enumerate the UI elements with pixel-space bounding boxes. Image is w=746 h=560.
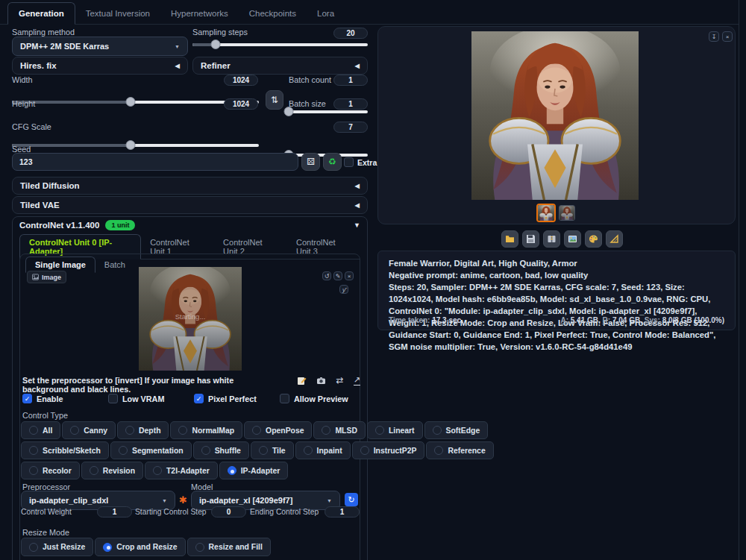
control-type-canny[interactable]: Canny	[62, 421, 116, 439]
save-zip-button[interactable]	[543, 230, 560, 248]
control-type-revision[interactable]: Revision	[81, 462, 143, 479]
pixel-perfect-label: Pixel Perfect	[208, 394, 257, 403]
tiled-diffusion-accordion[interactable]: Tiled Diffusion ◀	[12, 177, 368, 195]
tab-checkpoints[interactable]: Checkpoints	[239, 3, 307, 24]
control-type-mlsd[interactable]: MLSD	[313, 421, 365, 439]
run-preprocessor-icon[interactable]: ✱	[179, 494, 187, 506]
seed-input[interactable]: 123	[12, 153, 298, 171]
scrollbar-track[interactable]	[739, 0, 739, 560]
low-vram-checkbox[interactable]	[108, 394, 118, 403]
pixel-perfect-checkbox-group[interactable]: Pixel Perfect	[194, 394, 257, 403]
edit-image-button[interactable]: ✎	[333, 271, 342, 280]
width-label: Width	[12, 75, 33, 84]
brush-button[interactable]: ƴ	[339, 285, 348, 294]
radio-icon	[153, 466, 162, 475]
control-type-tile[interactable]: Tile	[251, 441, 294, 459]
control-type-softedge[interactable]: SoftEdge	[424, 421, 489, 439]
radio-icon	[433, 426, 442, 435]
resize-just-resize[interactable]: Just Resize	[21, 538, 93, 556]
tab-textual-inversion[interactable]: Textual Inversion	[75, 3, 160, 24]
pixel-perfect-checkbox[interactable]	[194, 394, 204, 403]
image-upload-tab[interactable]: Image	[27, 271, 66, 283]
height-value[interactable]: 1024	[224, 98, 258, 110]
starting-control-step-value[interactable]: 0	[211, 506, 246, 517]
gallery-thumbnail-selected[interactable]	[536, 204, 556, 222]
download-image-button[interactable]: ↧	[709, 31, 719, 42]
control-type-lineart[interactable]: Lineart	[367, 421, 423, 439]
tab-generation[interactable]: Generation	[7, 2, 75, 25]
control-type-openpose[interactable]: OpenPose	[244, 421, 312, 439]
close-icon: ×	[348, 273, 351, 280]
control-type-ip-adapter[interactable]: IP-Adapter	[219, 462, 289, 479]
mirror-webcam-icon[interactable]: ⇄	[336, 375, 343, 386]
ending-control-step-value[interactable]: 1	[325, 506, 360, 517]
chip-label: OpenPose	[266, 427, 304, 435]
send-to-img2img-button[interactable]	[564, 230, 581, 248]
batch-count-value[interactable]: 1	[333, 75, 368, 86]
cfg-scale-value[interactable]: 7	[333, 122, 368, 133]
reuse-seed-button[interactable]: ♻	[323, 153, 342, 171]
gallery-thumbnail-2[interactable]	[559, 205, 575, 221]
resize-resize-and-fill[interactable]: Resize and Fill	[187, 538, 271, 556]
width-slider[interactable]	[12, 97, 259, 107]
enable-checkbox-group[interactable]: Enable	[22, 394, 63, 403]
sampling-steps-label: Sampling steps	[192, 28, 248, 37]
control-type-reference[interactable]: Reference	[426, 441, 493, 459]
undo-image-button[interactable]: ↺	[322, 271, 331, 280]
send-dimensions-icon[interactable]: ↗	[354, 375, 360, 386]
refiner-accordion[interactable]: Refiner ◀	[192, 57, 368, 75]
clear-image-button[interactable]: ×	[345, 271, 354, 280]
enable-checkbox[interactable]	[22, 394, 32, 403]
controlnet-input-image[interactable]: Starting...	[139, 267, 242, 371]
control-type-segmentation[interactable]: Segmentation	[110, 441, 192, 459]
control-type-scribble-sketch[interactable]: Scribble/Sketch	[21, 441, 109, 459]
radio-icon	[125, 426, 134, 435]
prompt-text: Female Warrior, Digital Art, High Qualit…	[389, 257, 724, 269]
resize-crop-and-resize[interactable]: Crop and Resize	[95, 538, 185, 556]
webcam-icon[interactable]	[316, 376, 326, 386]
extra-seed-checkbox[interactable]	[344, 157, 354, 167]
time-taken-label: Time taken:	[389, 316, 430, 324]
control-type-depth[interactable]: Depth	[117, 421, 169, 439]
allow-preview-checkbox-group[interactable]: Allow Preview	[280, 394, 348, 403]
sampling-steps-value[interactable]: 20	[333, 28, 368, 39]
control-type-recolor[interactable]: Recolor	[21, 462, 80, 479]
control-type-inpaint[interactable]: Inpaint	[295, 441, 351, 459]
tab-batch[interactable]: Batch	[95, 257, 134, 272]
control-type-all[interactable]: All	[21, 421, 60, 439]
tab-lora[interactable]: Lora	[307, 3, 345, 24]
width-value[interactable]: 1024	[224, 75, 258, 86]
control-type-normalmap[interactable]: NormalMap	[170, 421, 242, 439]
open-folder-button[interactable]	[501, 230, 518, 248]
new-canvas-icon[interactable]	[297, 376, 307, 386]
enable-label: Enable	[37, 394, 63, 403]
mem-r-label: R:	[603, 316, 611, 324]
resize-mode-label: Resize Mode	[22, 528, 69, 537]
control-type-t2i-adapter[interactable]: T2I-Adapter	[145, 462, 218, 479]
radio-icon	[29, 446, 38, 455]
sampling-method-dropdown[interactable]: DPM++ 2M SDE Karras ▼	[12, 37, 188, 56]
image-watermark: Starting...	[139, 312, 242, 321]
low-vram-checkbox-group[interactable]: Low VRAM	[108, 394, 164, 403]
control-type-instructp2p[interactable]: InstructP2P	[352, 441, 425, 459]
close-gallery-button[interactable]: ×	[722, 31, 733, 42]
send-to-inpaint-button[interactable]	[585, 230, 602, 248]
controlnet-header[interactable]: ControlNet v1.1.400 1 unit ▼	[19, 220, 360, 230]
height-slider[interactable]	[12, 140, 259, 150]
stable-diffusion-webui: Generation Textual Inversion Hypernetwor…	[0, 0, 746, 560]
control-type-shuffle[interactable]: Shuffle	[193, 441, 249, 459]
swap-dimensions-button[interactable]: ⇅	[266, 90, 283, 110]
refresh-models-button[interactable]: ↻	[345, 493, 358, 506]
tab-hypernetworks[interactable]: Hypernetworks	[160, 3, 239, 24]
generated-image[interactable]	[471, 31, 639, 200]
send-to-extras-button[interactable]	[606, 230, 623, 248]
save-image-button[interactable]	[522, 230, 539, 248]
chevron-down-icon: ▼	[162, 498, 167, 503]
batch-size-value[interactable]: 1	[333, 98, 368, 110]
hires-fix-accordion[interactable]: Hires. fix ◀	[12, 57, 188, 75]
tiled-vae-accordion[interactable]: Tiled VAE ◀	[12, 196, 368, 214]
control-weight-value[interactable]: 1	[97, 506, 132, 517]
random-seed-button[interactable]: ⚄	[301, 153, 320, 171]
allow-preview-checkbox[interactable]	[280, 394, 289, 403]
sampling-steps-slider[interactable]	[192, 40, 368, 49]
